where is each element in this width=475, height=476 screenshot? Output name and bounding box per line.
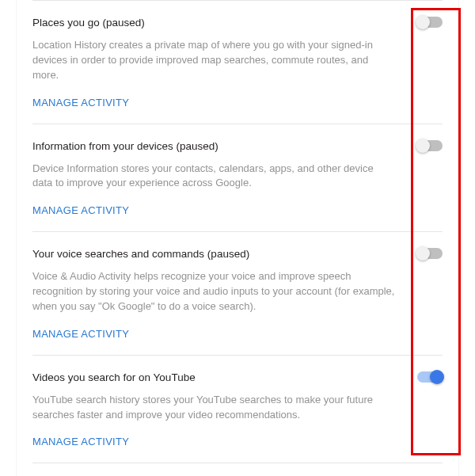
toggle-devices[interactable] [417,140,443,151]
toggle-knob [416,139,430,153]
settings-list: Places you go (paused) Location History … [16,0,459,476]
toggle-knob [416,246,430,261]
toggle-youtube-search[interactable] [417,371,443,383]
section-title: Information from your devices (paused) [32,140,443,152]
section-voice: Your voice searches and commands (paused… [32,248,443,356]
toggle-places[interactable] [417,17,443,28]
section-title: Your voice searches and commands (paused… [32,248,443,260]
section-youtube-search: Videos you search for on YouTube YouTube… [32,371,443,464]
manage-activity-link[interactable]: MANAGE ACTIVITY [32,328,129,340]
toggle-voice[interactable] [417,248,443,259]
manage-activity-link[interactable]: MANAGE ACTIVITY [32,436,129,447]
section-desc: YouTube search history stores your YouTu… [32,393,443,423]
section-places: Places you go (paused) Location History … [32,17,443,124]
manage-activity-link[interactable]: MANAGE ACTIVITY [32,204,129,216]
manage-activity-link[interactable]: MANAGE ACTIVITY [32,97,129,109]
section-title: Videos you search for on YouTube [32,371,443,383]
section-title: Places you go (paused) [32,17,443,29]
section-desc: Location History creates a private map o… [32,38,443,83]
section-desc: Device Information stores your contacts,… [32,162,443,192]
divider [32,0,443,1]
section-desc: Voice & Audio Activity helps recognize y… [32,269,443,314]
toggle-knob [416,15,430,29]
section-devices: Information from your devices (paused) D… [32,140,443,233]
toggle-knob [430,370,444,384]
